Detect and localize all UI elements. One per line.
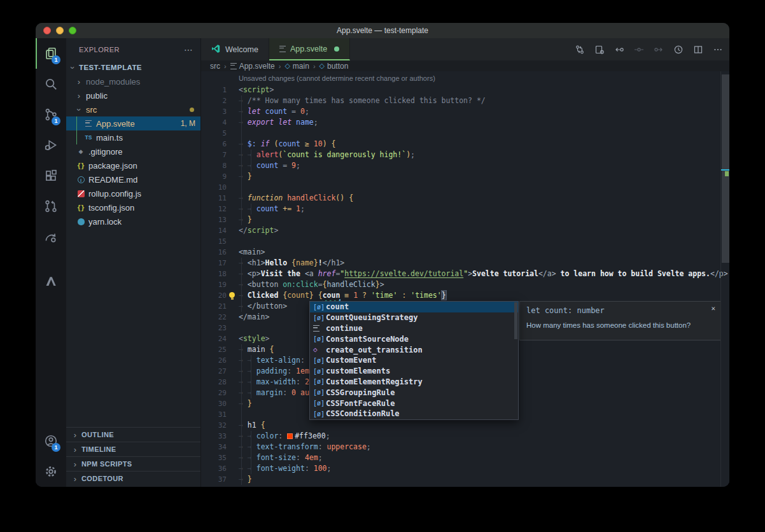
- code-line-2[interactable]: 2→ /** How many times has someone clicke…: [201, 95, 729, 106]
- editor-scrollbar[interactable]: [720, 71, 729, 487]
- sidebar-panels: ›OUTLINE›TIMELINE›NPM SCRIPTS›CODETOUR: [66, 427, 200, 486]
- search-icon: [44, 77, 58, 91]
- file-item-src[interactable]: ›src: [66, 102, 200, 116]
- lightbulb-icon[interactable]: [229, 292, 235, 298]
- close-icon[interactable]: ✕: [711, 304, 715, 312]
- tab-app-svelte[interactable]: App.svelte: [269, 38, 350, 60]
- code-line-3[interactable]: 3→ let count = 0;: [201, 106, 729, 117]
- code-line-9[interactable]: 9→ }: [201, 171, 729, 182]
- suggestion-customevent[interactable]: [ø]CustomEvent: [310, 355, 518, 366]
- line-content: → → font-weight: 100;: [239, 464, 331, 473]
- code-line-1[interactable]: 1<script>: [201, 85, 729, 95]
- code-line-4[interactable]: 4→ export let name;: [201, 117, 729, 128]
- code-line-32[interactable]: 32→ h1 {: [201, 420, 729, 431]
- file-item-rollup-config-js[interactable]: rollup.config.js: [66, 186, 200, 200]
- file-item-package-json[interactable]: {}package.json: [66, 158, 200, 172]
- code-line-11[interactable]: 11→ function handleClick() {: [201, 193, 729, 204]
- suggestion-customelements[interactable]: [ø]customElements: [310, 366, 518, 377]
- breadcrumb-label: button: [327, 62, 348, 71]
- code-line-14[interactable]: 14</script>: [201, 225, 729, 236]
- code-line-10[interactable]: 10: [201, 182, 729, 193]
- code-line-13[interactable]: 13→ }: [201, 214, 729, 225]
- breadcrumb-item-src[interactable]: src: [210, 62, 220, 71]
- suggestion-cssgroupingrule[interactable]: [ø]CSSGroupingRule: [310, 387, 518, 398]
- file-item-node-modules[interactable]: ›node_modules: [66, 74, 200, 88]
- file-item-main-ts[interactable]: TSmain.ts: [66, 130, 200, 144]
- hover-info-panel: let count: number How many times has som…: [519, 301, 721, 340]
- suggestion-cssfontfacerule[interactable]: [ø]CSSFontFaceRule: [310, 398, 518, 409]
- code-line-7[interactable]: 7→ → alert(`count is dangerously high!`)…: [201, 150, 729, 160]
- tree-indent-guide: [76, 116, 77, 130]
- suggest-scrollbar[interactable]: [514, 302, 517, 339]
- file-item-readme-md[interactable]: iREADME.md: [66, 172, 200, 186]
- live-share-view-button[interactable]: [36, 221, 66, 252]
- extensions-view-button[interactable]: [36, 160, 66, 191]
- breadcrumb-item-app-svelte[interactable]: App.svelte: [230, 62, 275, 71]
- code-line-20[interactable]: 20→ Clicked {count} {coun ≡ 1 ? 'time' :…: [201, 290, 729, 301]
- github-pull-request-view-button[interactable]: [36, 191, 66, 221]
- line-content: → → count += 1;: [239, 204, 305, 213]
- code-line-6[interactable]: 6→ $: if (count ≥ 10) {: [201, 139, 729, 150]
- split-editor-icon[interactable]: [693, 45, 703, 55]
- panel-outline[interactable]: ›OUTLINE: [66, 427, 200, 442]
- previous-change-icon[interactable]: [614, 45, 624, 55]
- minimize-window-button[interactable]: [56, 27, 64, 34]
- symbol-variable-icon: [ø]: [313, 410, 326, 417]
- more-actions-icon[interactable]: [713, 45, 723, 55]
- file-label: .gitignore: [88, 147, 122, 157]
- workspace-root-folder[interactable]: › TEST-TEMPLATE: [66, 60, 200, 74]
- breadcrumb-item-button[interactable]: ◇button: [319, 62, 349, 71]
- gear-icon: [44, 465, 58, 479]
- run-debug-view-button[interactable]: [36, 130, 66, 160]
- code-lines: 1<script>2→ /** How many times has someo…: [201, 85, 729, 485]
- code-line-17[interactable]: 17→ <h1>Hello {name}!</h1>: [201, 258, 729, 269]
- azure-view-button[interactable]: [36, 266, 66, 297]
- code-line-15[interactable]: 15: [201, 236, 729, 247]
- code-line-16[interactable]: 16<main>: [201, 247, 729, 258]
- suggestion-count[interactable]: [ø]count: [310, 302, 518, 312]
- tab-welcome[interactable]: Welcome: [201, 38, 269, 60]
- file-item-app-svelte[interactable]: App.svelte1, M: [66, 116, 200, 130]
- file-item-tsconfig-json[interactable]: {}tsconfig.json: [66, 200, 200, 214]
- code-line-35[interactable]: 35→ → font-size: 4em;: [201, 452, 729, 463]
- suggestion-continue[interactable]: continue: [310, 323, 518, 334]
- suggestion-cssconditionrule[interactable]: [ø]CSSConditionRule: [310, 409, 518, 419]
- close-window-button[interactable]: [43, 27, 51, 34]
- search-view-button[interactable]: [36, 69, 66, 99]
- line-number: 14: [201, 225, 239, 236]
- panel-npm-scripts[interactable]: ›NPM SCRIPTS: [66, 456, 200, 471]
- file-item-yarn-lock[interactable]: yarn.lock: [66, 214, 200, 228]
- line-content: <script>: [239, 85, 274, 94]
- suggestion-customelementregistry[interactable]: [ø]CustomElementRegistry: [310, 377, 518, 388]
- code-line-18[interactable]: 18→ <p>Visit the <a href="https://svelte…: [201, 269, 729, 279]
- code-line-5[interactable]: 5: [201, 128, 729, 139]
- breadcrumb-item-main[interactable]: ◇main: [284, 62, 309, 71]
- yarn-file-icon: [76, 218, 85, 225]
- file-item-gitignore[interactable]: ◆.gitignore: [66, 144, 200, 158]
- symbol-variable-icon: [ø]: [313, 304, 326, 311]
- scrollbar-slider[interactable]: [722, 74, 729, 263]
- code-line-8[interactable]: 8→ → count = 9;: [201, 160, 729, 171]
- account-button[interactable]: 1: [36, 426, 66, 456]
- code-line-33[interactable]: 33→ → color: #ff3e00;: [201, 431, 729, 442]
- open-changes-icon[interactable]: [594, 45, 605, 55]
- code-line-19[interactable]: 19→ <button on:click={handleClick}>: [201, 279, 729, 290]
- explorer-view-button[interactable]: 1: [36, 38, 66, 69]
- suggestion-countqueuingstrategy[interactable]: [ø]CountQueuingStrategy: [310, 312, 518, 323]
- file-item-public[interactable]: ›public: [66, 88, 200, 102]
- settings-button[interactable]: [36, 456, 66, 487]
- code-line-36[interactable]: 36→ → font-weight: 100;: [201, 463, 729, 474]
- code-line-34[interactable]: 34→ → text-transform: uppercase;: [201, 442, 729, 452]
- git-compare-icon[interactable]: [575, 45, 585, 55]
- code-line-37[interactable]: 37→ }: [201, 474, 729, 485]
- panel-timeline[interactable]: ›TIMELINE: [66, 442, 200, 456]
- suggestion-create-out-transition[interactable]: ◇create_out_transition: [310, 344, 518, 355]
- source-control-view-button[interactable]: 1: [36, 99, 66, 130]
- zoom-window-button[interactable]: [69, 27, 76, 34]
- panel-codetour[interactable]: ›CODETOUR: [66, 471, 200, 486]
- explorer-more-actions-button[interactable]: ⋯: [184, 45, 193, 55]
- timeline-history-icon[interactable]: [673, 45, 684, 55]
- code-line-12[interactable]: 12→ → count += 1;: [201, 204, 729, 214]
- suggestion-constantsourcenode[interactable]: [ø]ConstantSourceNode: [310, 333, 518, 344]
- code-editor[interactable]: Unsaved changes (cannot determine recent…: [201, 71, 729, 487]
